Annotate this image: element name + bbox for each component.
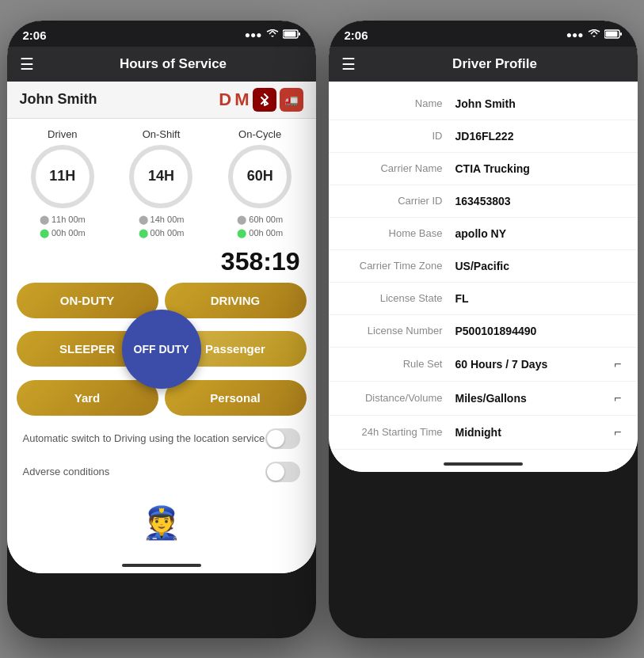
profile-row: Carrier Time ZoneUS/Pacific (329, 250, 638, 283)
profile-row[interactable]: Rule Set60 Hours / 7 Days⌐ (329, 348, 638, 382)
driver-avatar-icon: 👮 (142, 504, 181, 542)
status-bar-1: 2:06 ●●● (7, 21, 316, 47)
gauge-onshift-circle: 14H (129, 145, 192, 208)
gauge-oncycle: On-Cycle 60H ⬤ 60h 00m ⬤ 00h 00m (228, 128, 292, 241)
profile-field-value: 163453803 (455, 195, 622, 207)
home-indicator-1 (7, 557, 316, 573)
bluetooth-badge (253, 88, 276, 112)
profile-row: NameJohn Smith (329, 88, 638, 120)
gauges-row: Driven 11H ⬤ 11h 00m ⬤ 00h 00m On-Shift … (7, 119, 316, 244)
phone-screen-2: 2:06 ●●● ☰ Driver Profile NameJo (329, 21, 638, 638)
on-duty-button[interactable]: ON-DUTY (17, 283, 158, 318)
profile-row[interactable]: 24h Starting TimeMidnight⌐ (329, 416, 638, 450)
profile-field-label: ID (345, 130, 455, 142)
gauge-driven-value: 11H (49, 168, 75, 184)
svg-rect-1 (284, 31, 295, 36)
signal-icon-2: ●●● (566, 29, 584, 40)
profile-field-value: US/Pacific (455, 260, 622, 272)
gray-dot: ⬤ (237, 215, 246, 224)
battery-icon (283, 29, 300, 41)
profile-row[interactable]: Distance/VolumeMiles/Gallons⌐ (329, 382, 638, 416)
adverse-row: Adverse conditions (7, 455, 316, 489)
gauge-driven: Driven 11H ⬤ 11h 00m ⬤ 00h 00m (31, 128, 94, 241)
profile-row: License StateFL (329, 283, 638, 315)
wifi-icon-2 (588, 29, 600, 41)
profile-row: License NumberP500101894490 (329, 315, 638, 348)
home-bar-2 (444, 462, 523, 466)
auto-switch-label: Automatic switch to Driving using the lo… (23, 432, 265, 444)
gauge-driven-label: Driven (48, 128, 78, 140)
gauge-oncycle-times: ⬤ 60h 00m ⬤ 00h 00m (237, 213, 283, 241)
profile-field-label: Carrier Name (345, 162, 455, 174)
badge-m: M (234, 89, 249, 110)
svg-rect-2 (299, 32, 300, 36)
big-timer: 358:19 (7, 244, 316, 283)
wifi-icon (266, 29, 279, 41)
profile-field-value: JD16FL222 (455, 130, 622, 143)
home-indicator-2 (329, 456, 638, 472)
chevron-right-icon: ⌐ (614, 425, 621, 439)
chevron-right-icon: ⌐ (614, 357, 621, 371)
profile-field-label: Home Base (345, 227, 455, 239)
status-time-1: 2:06 (23, 29, 47, 42)
profile-field-label: Carrier ID (345, 195, 455, 207)
hamburger-menu[interactable]: ☰ (20, 55, 34, 74)
auto-switch-toggle[interactable] (265, 428, 300, 449)
driving-button[interactable]: DRIVING (165, 283, 307, 318)
gauge-onshift-value: 14H (148, 168, 174, 184)
gray-dot: ⬤ (139, 215, 148, 224)
profile-field-label: Rule Set (345, 358, 455, 370)
profile-field-value: apollo NY (455, 227, 622, 240)
gauge-oncycle-circle: 60H (228, 145, 292, 208)
status-time-2: 2:06 (345, 29, 368, 42)
svg-rect-4 (605, 31, 617, 36)
screen1-content: John Smith D M 🚛 Driven (7, 82, 316, 573)
duty-center-row: SLEEPER OFF DUTY Passenger (17, 325, 307, 374)
gauge-onshift-label: On-Shift (143, 128, 181, 140)
profile-row: Carrier ID163453803 (329, 185, 638, 218)
off-duty-button[interactable]: OFF DUTY (122, 310, 201, 389)
nav-title-1: Hours of Service (44, 56, 303, 72)
gauge-driven-times: ⬤ 11h 00m ⬤ 00h 00m (40, 213, 86, 241)
nav-bar-1: ☰ Hours of Service (7, 47, 316, 82)
driver-badges: D M 🚛 (219, 88, 303, 112)
profile-row: Home Baseapollo NY (329, 218, 638, 250)
svg-rect-5 (620, 32, 622, 36)
profile-field-value: FL (455, 292, 622, 305)
status-icons-2: ●●● (566, 29, 622, 41)
profile-field-value: CTIA Trucking (455, 162, 622, 175)
profile-field-value: Midnight⌐ (455, 425, 622, 439)
personal-button[interactable]: Personal (165, 380, 307, 416)
profile-field-value: John Smith (455, 97, 622, 110)
green-dot: ⬤ (40, 228, 49, 238)
phone-screen-1: 2:06 ●●● ☰ Hours of Service (7, 21, 316, 638)
gauge-onshift: On-Shift 14H ⬤ 14h 00m ⬤ 00h 00m (129, 128, 192, 241)
hamburger-menu-2[interactable]: ☰ (341, 55, 356, 74)
nav-title-2: Driver Profile (365, 56, 625, 72)
driver-bar: John Smith D M 🚛 (7, 82, 316, 119)
profile-field-value: Miles/Gallons⌐ (455, 391, 622, 405)
profile-row: Carrier NameCTIA Trucking (329, 153, 638, 185)
adverse-toggle[interactable] (265, 462, 300, 482)
gray-dot: ⬤ (40, 215, 49, 224)
gauge-driven-circle: 11H (31, 145, 94, 208)
profile-field-label: License Number (345, 325, 455, 337)
profile-field-value: P500101894490 (455, 325, 622, 337)
green-dot: ⬤ (237, 228, 246, 238)
gauge-onshift-times: ⬤ 14h 00m ⬤ 00h 00m (139, 213, 185, 241)
profile-field-label: License State (345, 292, 455, 304)
profile-row: IDJD16FL222 (329, 120, 638, 153)
driver-name-display: John Smith (20, 91, 97, 108)
chevron-right-icon: ⌐ (614, 391, 621, 405)
profile-field-value: 60 Hours / 7 Days⌐ (455, 357, 622, 371)
yard-button[interactable]: Yard (17, 380, 158, 416)
gauge-oncycle-label: On-Cycle (238, 128, 281, 140)
gauge-oncycle-value: 60H (247, 168, 273, 184)
home-bar-1 (122, 564, 201, 567)
profile-field-label: Name (345, 97, 455, 109)
status-icons-1: ●●● (245, 29, 300, 41)
battery-icon-2 (604, 29, 622, 41)
profile-field-label: Distance/Volume (345, 392, 455, 404)
auto-switch-row: Automatic switch to Driving using the lo… (7, 422, 316, 455)
profile-field-label: 24h Starting Time (345, 426, 455, 438)
